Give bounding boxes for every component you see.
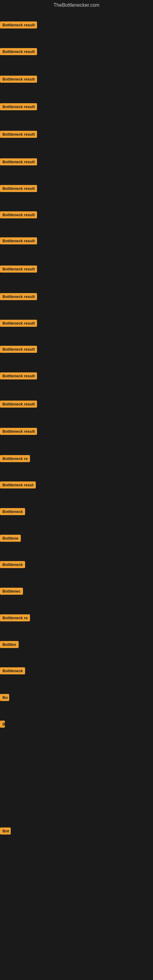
bottleneck-result-item: Bottleneck result [0,211,37,220]
bottleneck-result-item: B [0,721,5,729]
bottleneck-result-item: Bottlen [0,641,19,649]
bottleneck-result-item: Bottleneck result [0,131,37,139]
bottleneck-badge: Bottleneck result [0,48,37,55]
bottleneck-badge: Bottleneck result [0,21,37,29]
bottleneck-result-item: Bottleneck result [0,185,37,193]
bottleneck-badge: Bottlene [0,535,21,542]
bottleneck-badge: Bot [0,827,11,835]
bottleneck-badge: Bottleneck result [0,266,37,272]
bottleneck-result-item: Bottleneck result [0,428,37,436]
bottleneck-result-item: Bottleneck re [0,614,30,623]
bottleneck-result-item: Bottleneck result [0,320,37,328]
bottleneck-result-item: Bottleneck re [0,455,30,463]
bottleneck-result-item: Bottleneck [0,561,25,569]
bottleneck-result-item: Bottleneck result [0,237,37,246]
bottleneck-result-item: Bo [0,694,9,702]
bottleneck-result-item: Bottleneck result [0,48,37,56]
bottleneck-result-item: Bottleneck result [0,372,37,381]
bottleneck-badge: Bottleneck [0,561,25,568]
bottleneck-result-item: Bottleneck result [0,76,37,84]
bottleneck-badge: Bo [0,694,9,701]
bottleneck-result-item: Bottleneck [0,667,25,676]
bottleneck-badge: Bottleneck re [0,614,30,621]
bottleneck-badge: Bottleneck result [0,428,37,435]
bottleneck-badge: Bottlen [0,641,19,648]
bottleneck-result-item: Bottleneck [0,508,25,516]
bottleneck-result-item: Bottleneck result [0,401,37,409]
bottleneck-badge: Bottlenec [0,588,23,595]
bottleneck-result-item: Bot [0,827,11,836]
bottleneck-badge: Bottleneck re [0,455,30,462]
bottleneck-badge: Bottleneck result [0,158,37,165]
bottleneck-badge: Bottleneck result [0,103,37,110]
bottleneck-result-item: Bottlene [0,535,21,543]
bottleneck-result-item: Bottleneck result [0,293,37,301]
bottleneck-badge: Bottleneck result [0,320,37,327]
bottleneck-badge: Bottleneck result [0,131,37,138]
bottleneck-result-item: Bottleneck result [0,346,37,354]
bottleneck-badge: Bottleneck result [0,185,37,192]
bottleneck-badge: Bottleneck result [0,401,37,407]
bottleneck-badge: Bottleneck result [0,372,37,379]
bottleneck-badge: Bottleneck [0,667,25,675]
bottleneck-badge: Bottleneck result [0,76,37,83]
bottleneck-result-item: Bottleneck result [0,103,37,111]
bottleneck-result-item: Bottleneck result [0,266,37,274]
bottleneck-badge: Bottleneck result [0,346,37,353]
bottleneck-result-item: Bottleneck result [0,21,37,30]
bottleneck-result-item: Bottlenec [0,588,23,596]
bottleneck-result-item: Bottleneck result [0,158,37,167]
site-title: TheBottlenecker.com [0,0,153,10]
bottleneck-result-item: Bottleneck resul [0,481,36,490]
bottleneck-badge: Bottleneck result [0,237,37,244]
bottleneck-badge: Bottleneck result [0,211,37,218]
bottleneck-badge: Bottleneck resul [0,481,36,488]
bottleneck-badge: Bottleneck result [0,293,37,300]
bottleneck-badge: Bottleneck [0,508,25,515]
bottleneck-badge: B [0,721,5,728]
